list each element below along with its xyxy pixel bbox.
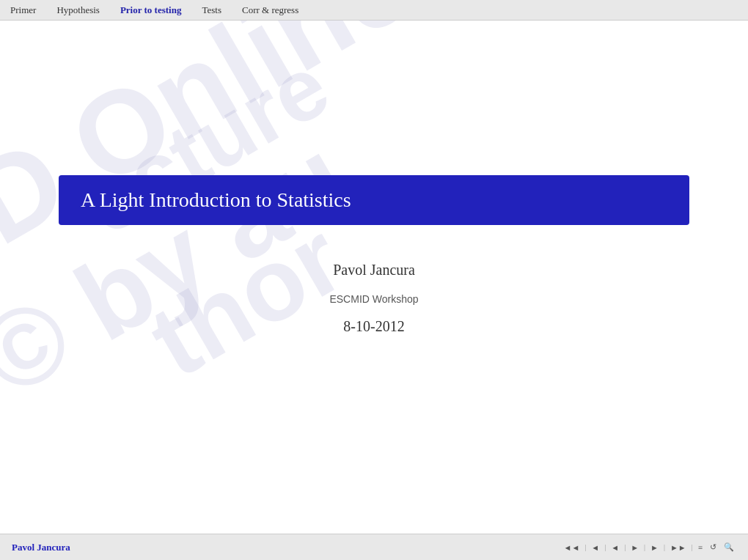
nav-next-button[interactable]: ► bbox=[628, 542, 641, 553]
nav-item-primer[interactable]: Primer bbox=[7, 3, 39, 18]
nav-item-corr-regress[interactable]: Corr & regress bbox=[239, 3, 301, 18]
nav-menu-button[interactable]: ≡ bbox=[696, 542, 705, 553]
footer: Pavol Jancura ◄◄ | ◄ | ◄ | ► | ► | ►► | … bbox=[0, 534, 748, 560]
subtitle-area: Pavol Jancura ESCMID Workshop 8-10-2012 bbox=[59, 262, 689, 335]
date-text: 8-10-2012 bbox=[59, 318, 689, 335]
nav-zoom-button[interactable]: ↺ bbox=[708, 542, 719, 553]
footer-controls: ◄◄ | ◄ | ◄ | ► | ► | ►► | ≡ ↺ 🔍 bbox=[562, 542, 736, 553]
nav-item-hypothesis[interactable]: Hypothesis bbox=[54, 3, 103, 18]
title-block: A Light Introduction to Statistics Pavol… bbox=[59, 175, 689, 335]
nav-first-button[interactable]: ◄◄ bbox=[562, 542, 582, 553]
nav-search-button[interactable]: 🔍 bbox=[722, 542, 736, 553]
nav-prev-section-button[interactable]: ◄ bbox=[589, 542, 601, 553]
nav-prev-button[interactable]: ◄ bbox=[609, 542, 621, 553]
nav-item-prior-to-testing[interactable]: Prior to testing bbox=[117, 3, 185, 18]
organization: ESCMID Workshop bbox=[59, 293, 689, 305]
navigation-bar: Primer Hypothesis Prior to testing Tests… bbox=[0, 0, 748, 21]
nav-last-button[interactable]: ►► bbox=[668, 542, 689, 553]
title-banner: A Light Introduction to Statistics bbox=[59, 175, 689, 225]
footer-author: Pavol Jancura bbox=[12, 542, 70, 553]
nav-next-section-button[interactable]: ► bbox=[648, 542, 661, 553]
nav-item-tests[interactable]: Tests bbox=[199, 3, 224, 18]
author-name: Pavol Jancura bbox=[59, 262, 689, 279]
slide-title: A Light Introduction to Statistics bbox=[81, 188, 667, 212]
slide-content: D Online L ecture © by au thor A Light I… bbox=[0, 21, 748, 534]
